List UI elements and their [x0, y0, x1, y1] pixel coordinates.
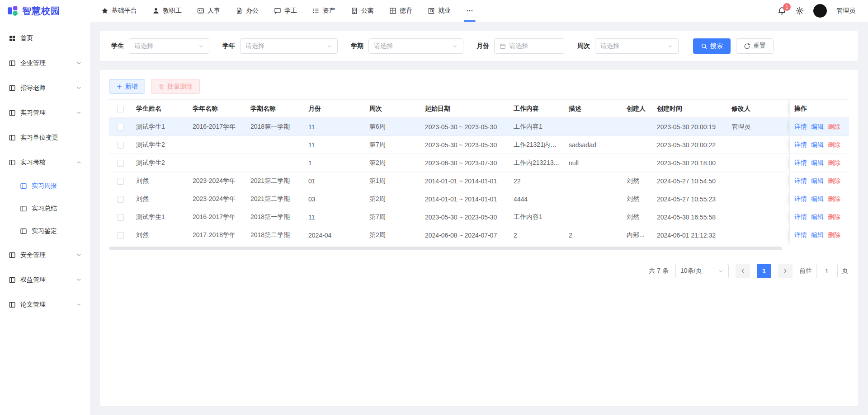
sidebar-item-label: 论文管理 [20, 301, 46, 309]
row-checkbox[interactable] [117, 196, 124, 203]
row-checkbox[interactable] [117, 160, 124, 167]
delete-link[interactable]: 删除 [828, 213, 840, 220]
nav-item-office[interactable]: 办公 [228, 0, 266, 22]
row-checkbox[interactable] [117, 214, 124, 221]
detail-link[interactable]: 详情 [794, 213, 807, 220]
reset-button[interactable]: 重置 [736, 38, 774, 54]
panel-icon [9, 134, 16, 141]
edit-link[interactable]: 编辑 [811, 231, 824, 238]
filter-label: 学生 [111, 42, 124, 50]
edit-link[interactable]: 编辑 [811, 123, 824, 130]
nav-item-apartment[interactable]: 公寓 [343, 0, 382, 22]
table-row[interactable]: 刘然2023-2024学年2021第二学期01第1周2014-01-01 ~ 2… [109, 172, 849, 190]
cell-month: 11 [304, 136, 365, 154]
table-row[interactable]: 测试学生12016-2017学年2018第一学期11第7周2023-05-30 … [109, 208, 849, 226]
add-button[interactable]: 新增 [109, 79, 145, 94]
column-header: 学期名称 [246, 99, 304, 118]
calendar-icon [500, 43, 506, 49]
nav-item-assets[interactable]: 资产 [305, 0, 343, 22]
sidebar-item-rights-mgmt[interactable]: 权益管理 [0, 267, 90, 292]
filter-month-input[interactable]: 请选择 [494, 38, 564, 54]
sidebar-item-label: 实习考核 [20, 159, 46, 167]
search-button[interactable]: 搜索 [693, 38, 731, 54]
horizontal-scrollbar[interactable] [109, 247, 782, 250]
detail-link[interactable]: 详情 [794, 177, 807, 184]
placeholder-text: 请选择 [374, 42, 449, 50]
sidebar-item-thesis-mgmt[interactable]: 论文管理 [0, 292, 90, 317]
notification-bell-icon[interactable]: 1 [778, 7, 786, 15]
delete-link[interactable]: 删除 [828, 177, 840, 184]
table-row[interactable]: 刘然2023-2024学年2021第二学期03第2周2014-01-01 ~ 2… [109, 190, 849, 208]
settings-gear-icon[interactable] [796, 7, 804, 15]
select-all-checkbox[interactable] [117, 106, 124, 112]
row-checkbox[interactable] [117, 142, 124, 149]
sidebar-item-enterprise-mgmt[interactable]: 企业管理 [0, 51, 90, 75]
cell-term: 2018第一学期 [246, 118, 304, 136]
sidebar-item-security-mgmt[interactable]: 安全管理 [0, 242, 90, 267]
edit-link[interactable]: 编辑 [811, 141, 824, 148]
table-row[interactable]: 测试学生21第2周2023-06-30 ~ 2023-07-30工作内21321… [109, 154, 849, 172]
batch-delete-button[interactable]: 批量删除 [151, 79, 200, 94]
next-page-button[interactable] [778, 264, 793, 278]
prev-page-button[interactable] [736, 264, 750, 278]
delete-link[interactable]: 删除 [828, 159, 840, 166]
table-row[interactable]: 刘然2017-2018学年2018第二学期2024-04第2周2024-06-0… [109, 226, 849, 244]
sidebar-item-label: 首页 [20, 34, 33, 42]
row-checkbox[interactable] [117, 124, 124, 131]
detail-link[interactable]: 详情 [794, 231, 807, 238]
sidebar-item-summary[interactable]: 实习总结 [0, 197, 90, 220]
edit-link[interactable]: 编辑 [811, 195, 824, 202]
cell-month: 2024-04 [304, 226, 365, 244]
cell-date_range: 2023-05-30 ~ 2023-05-30 [420, 118, 509, 136]
sidebar-item-weekly-report[interactable]: 实习周报 [0, 175, 90, 197]
detail-link[interactable]: 详情 [794, 159, 807, 166]
filter-week-select[interactable]: 请选择 [595, 38, 679, 54]
sidebar-item-appraisal[interactable]: 实习鉴定 [0, 220, 90, 242]
sidebar-item-unit-change[interactable]: 实习单位变更 [0, 125, 90, 150]
nav-item-moral-edu[interactable]: 德育 [382, 0, 420, 22]
cell-desc: sadsadad [564, 136, 622, 154]
cell-created_at: 2023-05-30 20:00:19 [652, 118, 727, 136]
table-row[interactable]: 测试学生211第7周2023-05-30 ~ 2023-05-30工作21321… [109, 136, 849, 154]
panel-icon [9, 301, 16, 308]
sidebar-item-internship-mgmt[interactable]: 实习管理 [0, 100, 90, 125]
table-row[interactable]: 测试学生12016-2017学年2018第一学期11第6周2023-05-30 … [109, 118, 849, 136]
edit-link[interactable]: 编辑 [811, 177, 824, 184]
nav-item-employment[interactable]: 就业 [420, 0, 458, 22]
sidebar-item-internship-assess[interactable]: 实习考核 [0, 150, 90, 175]
filter-term-select[interactable]: 请选择 [368, 38, 463, 54]
goto-page-input[interactable] [816, 264, 838, 278]
edit-link[interactable]: 编辑 [811, 159, 824, 166]
nav-item-hr[interactable]: 人事 [189, 0, 228, 22]
detail-link[interactable]: 详情 [794, 141, 807, 148]
detail-link[interactable]: 详情 [794, 195, 807, 202]
delete-link[interactable]: 删除 [828, 141, 840, 148]
nav-item-more[interactable] [458, 0, 481, 22]
delete-link[interactable]: 删除 [828, 195, 840, 202]
filter-school-year-select[interactable]: 请选择 [240, 38, 338, 54]
cell-desc: null [564, 154, 622, 172]
detail-link[interactable]: 详情 [794, 123, 807, 130]
nav-item-faculty[interactable]: 教职工 [145, 0, 189, 22]
sidebar-item-home[interactable]: 首页 [0, 26, 90, 51]
delete-link[interactable]: 删除 [828, 231, 840, 238]
nav-item-base-platform[interactable]: 基础平台 [94, 0, 145, 22]
cell-year [188, 136, 246, 154]
chevron-down-icon [76, 110, 82, 116]
cell-term: 2021第二学期 [246, 172, 304, 190]
row-checkbox[interactable] [117, 178, 124, 185]
placeholder-text: 请选择 [600, 42, 664, 50]
page-size-select[interactable]: 10条/页 [675, 264, 729, 278]
logo[interactable]: 智慧校园 [0, 5, 91, 17]
nav-item-student-affairs[interactable]: 学工 [266, 0, 305, 22]
column-header: 描述 [564, 99, 622, 118]
delete-link[interactable]: 删除 [828, 123, 840, 130]
cell-creator [622, 154, 652, 172]
avatar[interactable] [813, 4, 827, 18]
column-header: 周次 [365, 99, 420, 118]
edit-link[interactable]: 编辑 [811, 213, 824, 220]
sidebar-item-mentor[interactable]: 指导老师 [0, 75, 90, 100]
row-checkbox[interactable] [117, 232, 124, 239]
filter-student-select[interactable]: 请选择 [129, 38, 209, 54]
page-number-button[interactable]: 1 [757, 264, 771, 278]
